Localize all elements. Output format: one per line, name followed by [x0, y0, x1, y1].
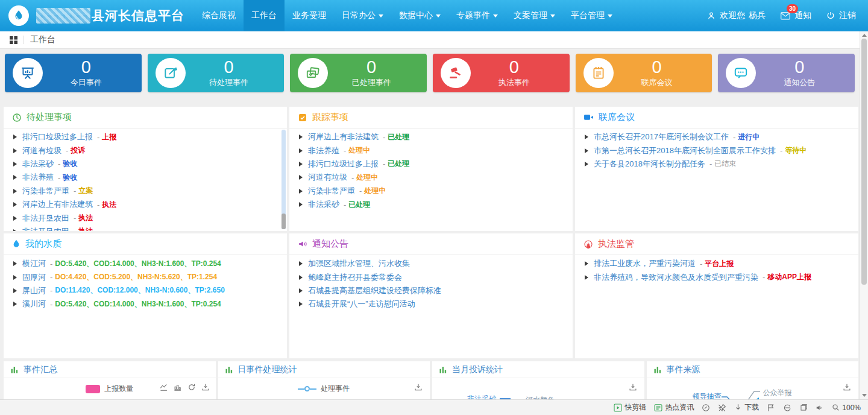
logout-button[interactable]: 注销: [826, 10, 856, 21]
tracking-item[interactable]: 非法采砂-已处理: [299, 198, 563, 211]
pending-item[interactable]: 排污口垃圾过多上报-上报: [13, 130, 277, 144]
notifications-button[interactable]: 30 通知: [780, 10, 811, 21]
chart-legend[interactable]: 处理事件: [218, 384, 430, 394]
caret-right-icon: [13, 302, 17, 306]
enforcement-item[interactable]: 排法工业废水，严重污染河道-平台上报: [585, 257, 849, 270]
nav-item-platform-mgmt[interactable]: 平台管理: [563, 0, 620, 31]
meeting-item[interactable]: 市总河长召开2017年底河长制会议工作-进行中: [585, 130, 849, 144]
notice-item[interactable]: 加强区域排水管理、污水收集: [299, 257, 563, 270]
nav-item-overview[interactable]: 综合展视: [194, 0, 244, 31]
download-icon[interactable]: [201, 383, 210, 391]
download-icon[interactable]: [629, 383, 637, 391]
do-not-disturb-pin-icon[interactable]: [718, 404, 726, 412]
panel-notices: 通知公告 加强区域排水管理、污水收集 鲍峰庭主持召开县委常委会 石城县提高基层组…: [289, 233, 573, 358]
card-today-events[interactable]: 0 今日事件: [5, 54, 142, 92]
pie-slice-label: 公众举报: [763, 388, 792, 398]
pending-item[interactable]: 非法开垦农田-执法: [13, 211, 277, 224]
grid-icon[interactable]: [10, 36, 17, 44]
card-notices[interactable]: 0 通知公告: [718, 54, 855, 92]
caret-right-icon: [299, 288, 303, 293]
report-flag-icon[interactable]: [767, 404, 775, 412]
nav-item-daily-office[interactable]: 日常办公: [334, 0, 391, 31]
caret-right-icon: [299, 135, 303, 139]
panel-scrollbar[interactable]: [281, 130, 286, 229]
pending-item[interactable]: 非法养殖-验收: [13, 171, 277, 184]
card-value: 0: [756, 58, 843, 76]
window-restore-icon[interactable]: [800, 404, 808, 411]
cards-check-icon: [298, 58, 328, 88]
zoom-level[interactable]: 100%: [832, 404, 861, 412]
nav-item-document-mgmt[interactable]: 文案管理: [506, 0, 563, 31]
scroll-down-arrow[interactable]: [862, 394, 867, 397]
card-enforcement-events[interactable]: 0 执法事件: [433, 54, 570, 92]
caret-down-icon: [379, 14, 383, 17]
panel-title: 我的水质: [25, 238, 61, 250]
download-icon[interactable]: [414, 383, 423, 391]
browser-tool-circle-icon[interactable]: [702, 404, 710, 412]
card-processed-events[interactable]: 0 已处理事件: [290, 54, 427, 92]
water-item[interactable]: 溪川河-DO:5.420、COD:14.000、NH3-N:1.600、TP:0…: [13, 297, 277, 311]
line-chart-toggle-icon[interactable]: [160, 383, 168, 391]
nav-item-business[interactable]: 业务受理: [285, 0, 334, 31]
caret-right-icon: [13, 135, 17, 139]
tracking-item[interactable]: 河道有垃圾-处理中: [299, 171, 563, 184]
meeting-item[interactable]: 市第一总河长召开2018年底河长制全面展示工作安排-等待中: [585, 144, 849, 157]
card-pending-events[interactable]: 0 待处理事件: [148, 54, 285, 92]
nav-item-workbench[interactable]: 工作台: [244, 0, 285, 31]
tracking-item[interactable]: 非法养殖-处理中: [299, 144, 563, 157]
bar-chart-toggle-icon[interactable]: [174, 383, 182, 391]
download-icon[interactable]: [843, 383, 851, 391]
main-content: 工作台 0 今日事件 0 待处理事件 0: [0, 31, 860, 399]
caret-right-icon: [13, 202, 17, 207]
volume-icon[interactable]: [816, 404, 824, 412]
page-scrollbar[interactable]: [860, 31, 868, 399]
notepad-icon: [583, 58, 614, 88]
notice-item[interactable]: 石城县开展“八一”走访慰问活动: [299, 297, 563, 311]
pending-item[interactable]: 非法采砂-验收: [13, 157, 277, 171]
water-item[interactable]: 横江河-DO:5.420、COD:14.000、NH3-N:1.600、TP:0…: [13, 257, 277, 270]
panel-title: 待处理事项: [27, 112, 72, 123]
breadcrumb: 工作台: [0, 31, 860, 49]
meeting-item[interactable]: 关于各县2018年河长制分配任务-已结束: [585, 157, 849, 171]
caret-down-icon: [550, 14, 555, 17]
notice-item[interactable]: 鲍峰庭主持召开县委常委会: [299, 270, 563, 284]
browser-statusbar: 快剪辑 热点资讯 下载 100%: [0, 399, 868, 415]
pending-item[interactable]: 非法开垦农田-执法: [13, 225, 277, 231]
refresh-icon[interactable]: [187, 383, 196, 391]
nav-item-data-center[interactable]: 数据中心: [391, 0, 448, 31]
scrollbar-thumb[interactable]: [861, 39, 867, 285]
nav-item-special-events[interactable]: 专题事件: [448, 0, 506, 31]
hot-news-button[interactable]: 热点资讯: [654, 402, 694, 413]
tracking-item[interactable]: 河岸边上有非法建筑-已处理: [299, 130, 563, 144]
tracking-item[interactable]: 污染非常严重-处理中: [299, 185, 563, 198]
pending-item[interactable]: 河岸边上有非法建筑-执法: [13, 198, 277, 211]
edit-icon: [156, 58, 186, 88]
panel-pending-matters: 待处理事项 排污口垃圾过多上报-上报 河道有垃圾-投诉 非法采砂-验收 非法养殖…: [4, 107, 287, 231]
water-item[interactable]: 固厚河-DO:4.420、COD:5.200、NH3-N:5.620、TP:1.…: [13, 270, 277, 284]
water-item[interactable]: 屏山河-DO:11.420、COD:12.000、NH3-N:0.600、TP:…: [13, 284, 277, 297]
caret-right-icon: [13, 189, 17, 194]
check-square-icon: [298, 113, 307, 122]
magnifier-icon: [832, 404, 840, 411]
quick-editor-button[interactable]: 快剪辑: [614, 402, 646, 413]
user-welcome[interactable]: 欢迎您 杨兵: [706, 10, 766, 21]
card-joint-meetings[interactable]: 0 联席会议: [576, 54, 712, 92]
pie-label-line: [747, 390, 761, 399]
caret-right-icon: [585, 275, 588, 280]
brand: 县河长信息平台: [0, 0, 194, 31]
scroll-up-arrow[interactable]: [862, 34, 867, 37]
caret-right-icon: [585, 162, 588, 166]
ie-compat-mode-icon[interactable]: [783, 404, 792, 412]
notice-item[interactable]: 石城县提高基层组织建设经费保障标准: [299, 284, 563, 297]
caret-right-icon: [299, 189, 303, 194]
enforcement-item[interactable]: 非法养殖鸡，导致河水颜色及水质受到严重污染-移动APP上报: [585, 270, 849, 284]
panel-title: 通知公告: [312, 238, 348, 250]
pending-item[interactable]: 污染非常严重-立案: [13, 185, 277, 198]
power-icon: [826, 11, 835, 21]
caret-right-icon: [299, 302, 303, 306]
download-manager-button[interactable]: 下载: [734, 402, 759, 413]
censored-county-name: [36, 8, 90, 24]
pending-item[interactable]: 河道有垃圾-投诉: [13, 144, 277, 157]
news-icon: [654, 404, 662, 412]
tracking-item[interactable]: 排污口垃圾过多上报-已处理: [299, 157, 563, 171]
